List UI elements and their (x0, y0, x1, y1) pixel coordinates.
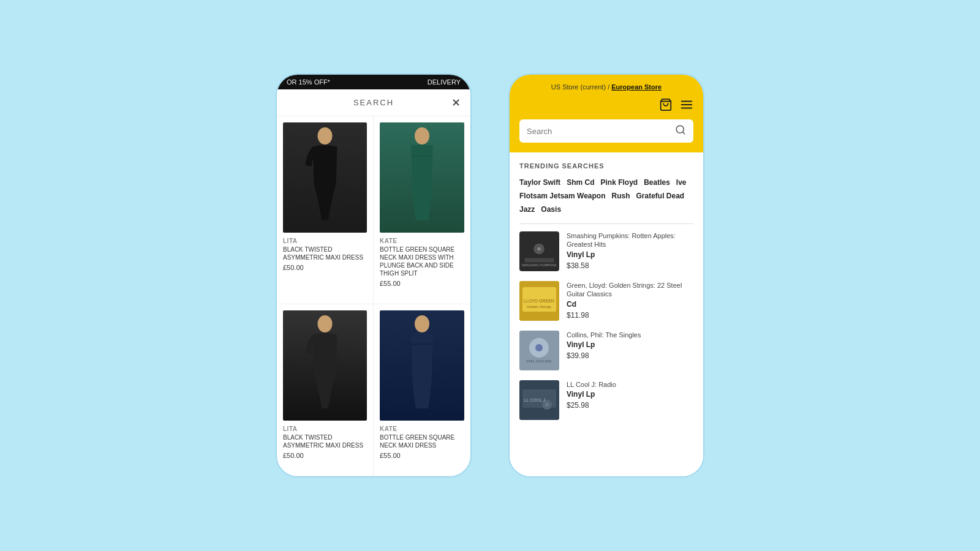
album-thumbnail-svg: LL COOL J (519, 380, 559, 420)
product-info: KATE BOTTLE GREEN SQUARE NECK MAXI DRESS… (380, 421, 464, 459)
tag-oasis[interactable]: Oasis (541, 205, 561, 214)
svg-point-14 (537, 247, 540, 250)
product-price: £55.00 (380, 280, 464, 287)
close-button[interactable]: ✕ (451, 97, 461, 108)
store-nav: US Store (current) / European Store (519, 83, 693, 91)
svg-text:Golden Strings: Golden Strings (527, 305, 551, 309)
result-price: $25.98 (567, 401, 693, 410)
svg-point-28 (545, 403, 549, 407)
product-image (380, 122, 464, 233)
search-bar (519, 119, 693, 143)
search-content: TRENDING SEARCHES Taylor Swift Shm Cd Pi… (510, 152, 703, 476)
product-brand: KATE (380, 425, 464, 432)
product-price: £50.00 (283, 264, 367, 271)
svg-point-3 (318, 315, 333, 332)
result-price: $11.98 (567, 311, 693, 320)
svg-text:LLOYD GREEN: LLOYD GREEN (524, 299, 554, 303)
tag-ive[interactable]: Ive (676, 178, 687, 187)
promo-text: OR 15% OFF* (287, 78, 330, 86)
result-thumbnail: PHIL COLLINS (519, 331, 559, 370)
store-current: US Store (current) / (551, 83, 611, 91)
result-price: $38.58 (567, 261, 693, 270)
product-name: BOTTLE GREEN SQUARE NECK MAXI DRESS WITH… (380, 246, 464, 277)
product-image (283, 310, 367, 421)
european-store-link[interactable]: European Store (611, 83, 662, 91)
product-name: BLACK TWISTED ASYMMETRIC MAXI DRESS (283, 246, 367, 261)
svg-line-11 (682, 132, 684, 133)
result-item[interactable]: PHIL COLLINS Collins, Phil: The Singles … (519, 331, 693, 370)
svg-rect-15 (524, 258, 554, 262)
album-thumbnail-svg: SMASHING PUMPKINS (519, 234, 559, 269)
product-card[interactable]: KATE BOTTLE GREEN SQUARE NECK MAXI DRESS… (374, 116, 470, 304)
result-type: Cd (567, 300, 693, 309)
result-thumbnail: LLOYD GREEN Golden Strings (519, 281, 559, 321)
trending-tags: Taylor Swift Shm Cd Pink Floyd Beatles I… (519, 178, 693, 214)
result-info: LL Cool J: Radio Vinyl Lp $25.98 (567, 380, 693, 410)
search-title: SEARCH (353, 98, 394, 107)
album-thumbnail-svg: PHIL COLLINS (519, 331, 559, 370)
product-image (380, 310, 464, 421)
product-price: £55.00 (380, 452, 464, 459)
result-price: $39.98 (567, 351, 693, 360)
product-name: BOTTLE GREEN SQUARE NECK MAXI DRESS (380, 433, 464, 449)
result-name: Green, Lloyd: Golden Strings: 22 Steel G… (567, 281, 693, 299)
hamburger-icon (680, 98, 693, 111)
svg-point-23 (535, 344, 543, 351)
tag-pink-floyd[interactable]: Pink Floyd (600, 178, 638, 187)
tag-flotsam[interactable]: Flotsam Jetsam Weapon (519, 192, 605, 200)
svg-point-0 (318, 127, 333, 144)
result-name: Smashing Pumpkins: Rotten Apples: Greate… (567, 231, 693, 249)
products-grid: LITA BLACK TWISTED ASYMMETRIC MAXI DRESS… (277, 116, 470, 476)
product-price: £50.00 (283, 452, 367, 459)
result-name: Collins, Phil: The Singles (567, 331, 693, 339)
cart-icon (659, 98, 673, 111)
tag-beatles[interactable]: Beatles (644, 178, 670, 187)
tag-grateful-dead[interactable]: Grateful Dead (636, 192, 684, 200)
result-type: Vinyl Lp (567, 390, 693, 399)
yellow-header: US Store (current) / European Store (510, 75, 703, 152)
result-thumbnail: SMASHING PUMPKINS (519, 231, 559, 271)
search-input[interactable] (527, 127, 670, 136)
result-type: Vinyl Lp (567, 250, 693, 259)
menu-button[interactable] (680, 98, 693, 113)
product-card[interactable]: LITA BLACK TWISTED ASYMMETRIC MAXI DRESS… (277, 116, 374, 304)
product-info: KATE BOTTLE GREEN SQUARE NECK MAXI DRESS… (380, 233, 464, 287)
promo-banner: OR 15% OFF* DELIVERY (277, 75, 470, 89)
result-info: Smashing Pumpkins: Rotten Apples: Greate… (567, 231, 693, 270)
search-submit-button[interactable] (675, 124, 686, 138)
svg-point-1 (415, 127, 429, 144)
trending-title: TRENDING SEARCHES (519, 162, 693, 170)
album-thumbnail-svg: LLOYD GREEN Golden Strings (519, 281, 559, 321)
divider (519, 223, 693, 224)
svg-point-4 (415, 315, 429, 332)
left-phone: OR 15% OFF* DELIVERY SEARCH ✕ LITA BLACK… (276, 73, 472, 478)
result-item[interactable]: SMASHING PUMPKINS Smashing Pumpkins: Rot… (519, 231, 693, 271)
result-info: Green, Lloyd: Golden Strings: 22 Steel G… (567, 281, 693, 320)
product-image (283, 122, 367, 233)
tag-taylor-swift[interactable]: Taylor Swift (519, 178, 560, 187)
tag-shm-cd[interactable]: Shm Cd (567, 178, 594, 187)
product-brand: KATE (380, 238, 464, 244)
svg-text:SMASHING PUMPKINS: SMASHING PUMPKINS (522, 263, 557, 267)
product-info: LITA BLACK TWISTED ASYMMETRIC MAXI DRESS… (283, 233, 367, 271)
product-info: LITA BLACK TWISTED ASYMMETRIC MAXI DRESS… (283, 421, 367, 459)
product-brand: LITA (283, 425, 367, 432)
search-header: SEARCH ✕ (277, 89, 470, 116)
product-name: BLACK TWISTED ASYMMETRIC MAXI DRESS (283, 433, 367, 449)
search-icon (675, 124, 686, 135)
svg-text:PHIL COLLINS: PHIL COLLINS (527, 359, 551, 363)
right-phone: US Store (current) / European Store (508, 73, 704, 478)
delivery-text: DELIVERY (428, 78, 461, 86)
tag-rush[interactable]: Rush (611, 192, 630, 200)
cart-button[interactable] (659, 98, 673, 113)
result-info: Collins, Phil: The Singles Vinyl Lp $39.… (567, 331, 693, 360)
result-item[interactable]: LLOYD GREEN Golden Strings Green, Lloyd:… (519, 281, 693, 321)
product-card[interactable]: LITA BLACK TWISTED ASYMMETRIC MAXI DRESS… (277, 304, 374, 476)
result-item[interactable]: LL COOL J LL Cool J: Radio Vinyl Lp $25.… (519, 380, 693, 420)
tag-jazz[interactable]: Jazz (519, 205, 535, 214)
product-card[interactable]: KATE BOTTLE GREEN SQUARE NECK MAXI DRESS… (374, 304, 470, 476)
result-name: LL Cool J: Radio (567, 380, 693, 389)
result-thumbnail: LL COOL J (519, 380, 559, 420)
header-icons (519, 98, 693, 113)
product-brand: LITA (283, 238, 367, 244)
